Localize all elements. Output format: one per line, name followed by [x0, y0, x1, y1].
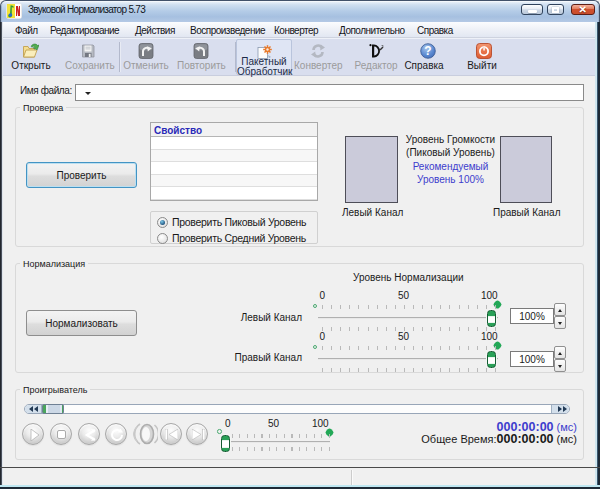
svg-text:?: ? [424, 44, 431, 58]
